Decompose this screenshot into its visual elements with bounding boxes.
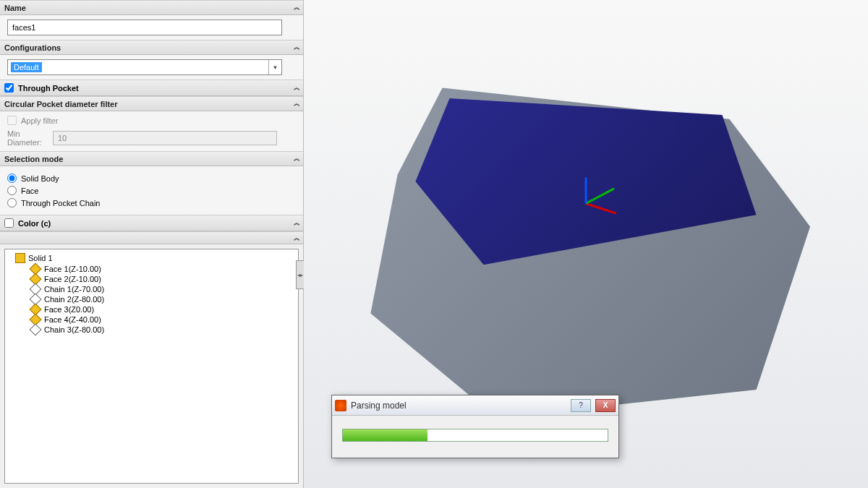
apply-filter-label: Apply filter bbox=[21, 116, 58, 125]
collapse-icon[interactable]: ︽ bbox=[294, 154, 299, 163]
config-section-header[interactable]: Configurations ︽ bbox=[0, 40, 303, 55]
through-pocket-row[interactable]: Through Pocket ︽ bbox=[0, 80, 303, 96]
origin-triad bbox=[586, 202, 587, 204]
tree-item-label: Face 3(Z0.00) bbox=[44, 305, 94, 314]
tree-item[interactable]: Face 3(Z0.00) bbox=[7, 304, 297, 314]
progress-bar bbox=[342, 429, 608, 442]
tree-item-label: Face 4(Z-40.00) bbox=[44, 315, 101, 324]
collapse-icon[interactable]: ︽ bbox=[294, 43, 299, 52]
dialog-body bbox=[332, 416, 618, 458]
parsing-model-dialog: Parsing model ? X bbox=[331, 395, 619, 458]
tree-root-label: Solid 1 bbox=[28, 254, 53, 262]
min-diameter-input bbox=[53, 131, 277, 145]
radio-solid-label: Solid Body bbox=[21, 174, 59, 183]
radio-chain-label: Through Pocket Chain bbox=[21, 199, 100, 207]
dialog-help-button[interactable]: ? bbox=[571, 399, 591, 412]
color-row[interactable]: Color (c) ︽ bbox=[0, 215, 303, 231]
radio-through-pocket-chain[interactable] bbox=[7, 198, 17, 207]
tree-item-label: Face 1(Z-10.00) bbox=[44, 265, 101, 273]
name-label: Name bbox=[4, 4, 26, 12]
min-diameter-label: Min Diameter: bbox=[7, 129, 47, 147]
cpfilter-header[interactable]: Circular Pocket diameter filter ︽ bbox=[0, 96, 303, 111]
tree-item-label: Chain 3(Z-80.00) bbox=[44, 325, 104, 334]
config-label: Configurations bbox=[4, 43, 61, 52]
tree-item[interactable]: Chain 2(Z-80.00) bbox=[7, 294, 297, 304]
tree-root[interactable]: Solid 1 bbox=[7, 252, 297, 264]
tree-item[interactable]: Face 4(Z-40.00) bbox=[7, 314, 297, 325]
name-section-body bbox=[0, 15, 303, 40]
property-panel: Name ︽ Configurations ︽ Default ▼ Throug… bbox=[0, 0, 304, 488]
apply-filter-checkbox bbox=[7, 116, 17, 125]
radio-face-label: Face bbox=[21, 187, 38, 195]
model-render bbox=[362, 71, 810, 418]
through-pocket-label: Through Pocket bbox=[18, 84, 79, 93]
tree-item[interactable]: Chain 3(Z-80.00) bbox=[7, 325, 297, 335]
color-label: Color (c) bbox=[18, 219, 51, 228]
selmode-label: Selection mode bbox=[4, 155, 63, 163]
z-axis-icon bbox=[585, 177, 587, 203]
tree-item[interactable]: Chain 1(Z-70.00) bbox=[7, 284, 297, 294]
geometry-tree[interactable]: Solid 1 Face 1(Z-10.00)Face 2(Z-10.00)Ch… bbox=[4, 249, 299, 484]
tree-section-header[interactable]: ︽ bbox=[0, 231, 303, 244]
collapse-icon[interactable]: ︽ bbox=[294, 218, 299, 228]
collapse-icon[interactable]: ︽ bbox=[294, 83, 299, 93]
solid-icon bbox=[15, 253, 25, 263]
radio-face[interactable] bbox=[7, 186, 17, 195]
through-pocket-checkbox[interactable] bbox=[4, 83, 14, 93]
cpfilter-body: Apply filter Min Diameter: bbox=[0, 111, 303, 151]
tree-item-label: Chain 2(Z-80.00) bbox=[44, 295, 104, 304]
app-icon bbox=[335, 400, 346, 411]
dialog-title: Parsing model bbox=[351, 401, 566, 411]
name-input[interactable] bbox=[7, 20, 282, 35]
progress-fill bbox=[343, 429, 427, 441]
dialog-close-button[interactable]: X bbox=[595, 399, 616, 412]
tree-item[interactable]: Face 2(Z-10.00) bbox=[7, 274, 297, 284]
collapse-icon[interactable]: ︽ bbox=[294, 99, 299, 108]
config-section-body: Default ▼ bbox=[0, 55, 303, 80]
chain-icon bbox=[30, 324, 42, 336]
collapse-icon[interactable]: ︽ bbox=[294, 234, 299, 243]
radio-solid-body[interactable] bbox=[7, 174, 17, 183]
tree-item-label: Chain 1(Z-70.00) bbox=[44, 285, 104, 294]
tree-item-label: Face 2(Z-10.00) bbox=[44, 275, 101, 283]
tree-item[interactable]: Face 1(Z-10.00) bbox=[7, 264, 297, 274]
config-selected: Default bbox=[11, 62, 42, 72]
collapse-icon[interactable]: ︽ bbox=[294, 3, 299, 12]
chevron-down-icon[interactable]: ▼ bbox=[268, 60, 281, 74]
color-checkbox[interactable] bbox=[4, 218, 14, 228]
name-section-header[interactable]: Name ︽ bbox=[0, 0, 303, 15]
cpfilter-label: Circular Pocket diameter filter bbox=[4, 100, 118, 108]
selmode-body: Solid Body Face Through Pocket Chain bbox=[0, 166, 303, 215]
selmode-header[interactable]: Selection mode ︽ bbox=[0, 151, 303, 166]
dialog-titlebar[interactable]: Parsing model ? X bbox=[332, 395, 618, 416]
config-combo[interactable]: Default ▼ bbox=[7, 59, 282, 75]
